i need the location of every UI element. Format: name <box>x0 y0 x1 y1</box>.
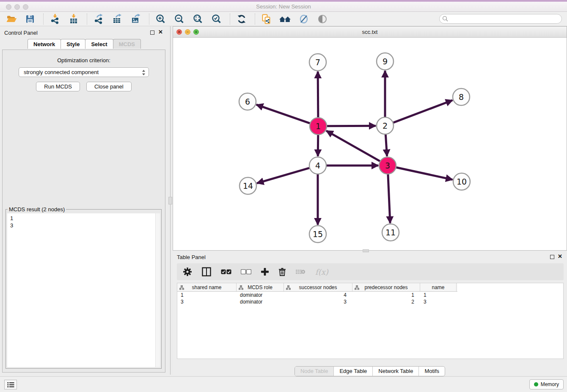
network-document-button[interactable] <box>260 13 273 25</box>
toggle-columns-button[interactable] <box>201 266 212 278</box>
column-header-name[interactable]: name <box>420 283 457 291</box>
horizontal-splitter-handle[interactable] <box>363 249 369 252</box>
zoom-window-button[interactable] <box>23 4 28 10</box>
table-cell[interactable]: 3 <box>420 298 457 305</box>
delete-column-button[interactable] <box>278 266 286 278</box>
tab-motifs[interactable]: Motifs <box>418 367 445 376</box>
graph-edge-4-14[interactable] <box>257 168 309 183</box>
tab-edge-table[interactable]: Edge Table <box>333 367 372 376</box>
tab-node-table[interactable]: Node Table <box>295 367 334 376</box>
search-input[interactable] <box>439 14 562 24</box>
network-close-button[interactable]: ✕ <box>176 29 182 35</box>
column-label: predecessor nodes <box>364 284 407 290</box>
graph-edge-1-2[interactable] <box>327 126 376 126</box>
main-toolbar <box>0 12 567 26</box>
export-table-button[interactable] <box>111 13 124 25</box>
graph-edge-2-8[interactable] <box>394 100 453 123</box>
float-table-panel-icon[interactable] <box>550 255 554 259</box>
graph-node-label-10: 10 <box>457 177 467 186</box>
network-minimize-button[interactable]: − <box>185 29 190 35</box>
bird-view-button[interactable] <box>316 13 329 25</box>
graphics-details-button[interactable] <box>297 13 310 25</box>
delete-table-button[interactable] <box>295 266 306 278</box>
table-cell[interactable]: 4 <box>284 292 352 298</box>
search-box <box>439 14 562 24</box>
home-button[interactable] <box>279 13 292 25</box>
task-history-button[interactable] <box>4 380 17 389</box>
zoom-fit-button[interactable] <box>192 13 204 25</box>
table-settings-button[interactable] <box>183 266 192 278</box>
table-row[interactable]: 3dominator323 <box>177 298 563 305</box>
close-window-button[interactable] <box>6 4 11 10</box>
export-network-button[interactable] <box>92 13 105 25</box>
zoom-selected-icon <box>211 14 222 25</box>
splitter-handle[interactable] <box>168 197 172 204</box>
mcds-panel: Optimization criterion: strongly connect… <box>2 50 165 373</box>
column-header-successor-nodes[interactable]: successor nodes <box>284 283 352 291</box>
toolbar-separator <box>230 14 230 25</box>
graph-edge-2-3[interactable] <box>385 135 387 156</box>
refresh-button[interactable] <box>235 13 248 25</box>
import-table-button[interactable] <box>67 13 80 25</box>
zoom-in-button[interactable] <box>154 13 167 25</box>
import-network-button[interactable] <box>49 13 61 25</box>
eye-icon <box>317 14 328 25</box>
function-builder-button[interactable]: f(x) <box>315 266 328 278</box>
close-panel-button[interactable]: Close panel <box>86 82 132 91</box>
tab-style[interactable]: Style <box>61 39 85 49</box>
add-column-button[interactable] <box>261 266 269 278</box>
graph-edge-1-6[interactable] <box>256 105 310 123</box>
column-header-MCDS-role[interactable]: MCDS role <box>237 283 284 291</box>
table-row[interactable]: 1dominator411 <box>177 292 563 298</box>
folder-open-icon <box>6 14 17 25</box>
table-cell[interactable]: dominator <box>237 298 284 305</box>
zoom-selected-button[interactable] <box>210 13 223 25</box>
optimization-criterion-label: Optimization criterion: <box>3 57 165 63</box>
tab-network-table[interactable]: Network Table <box>372 367 418 376</box>
graph-edge-3-11[interactable] <box>388 174 390 223</box>
network-graph[interactable]: 1234678910111415 <box>173 38 567 251</box>
float-panel-icon[interactable] <box>150 30 154 35</box>
minimize-window-button[interactable] <box>14 4 20 10</box>
table-cell[interactable]: 1 <box>352 292 420 298</box>
save-session-button[interactable] <box>24 13 36 25</box>
open-session-button[interactable] <box>5 13 18 25</box>
graph-edge-3-10[interactable] <box>396 167 453 179</box>
table-cell[interactable]: 3 <box>284 298 352 305</box>
network-canvas[interactable]: 1234678910111415 <box>173 38 567 250</box>
table-cell[interactable]: dominator <box>237 292 284 298</box>
import-table-icon <box>68 14 79 25</box>
tab-select[interactable]: Select <box>85 39 113 49</box>
graph-edge-1-4[interactable] <box>318 135 318 156</box>
close-panel-icon[interactable]: ✕ <box>158 29 163 35</box>
export-image-button[interactable] <box>129 13 142 25</box>
network-zoom-button[interactable]: + <box>193 29 199 35</box>
panel-splitter[interactable] <box>168 26 173 375</box>
criterion-select[interactable]: strongly connected component <box>19 67 149 77</box>
select-all-button[interactable] <box>221 266 231 278</box>
graph-node-label-2: 2 <box>383 121 388 130</box>
criterion-value: strongly connected component <box>24 69 99 75</box>
tab-network[interactable]: Network <box>28 39 61 49</box>
tab-mcds[interactable]: MCDS <box>113 39 141 49</box>
run-mcds-button[interactable]: Run MCDS <box>36 82 80 91</box>
close-table-panel-icon[interactable]: ✕ <box>558 253 562 259</box>
memory-button[interactable]: Memory <box>529 379 564 389</box>
table-body: 1dominator4113dominator323 <box>177 292 563 305</box>
table-header-row: shared nameMCDS rolesuccessor nodesprede… <box>177 283 457 292</box>
column-header-shared-name[interactable]: shared name <box>177 283 237 291</box>
table-cell[interactable]: 1 <box>177 292 237 298</box>
table-toolbar: f(x) <box>177 263 564 280</box>
graph-edge-1-7[interactable] <box>318 72 318 117</box>
zoom-out-button[interactable] <box>173 13 186 25</box>
table-cell[interactable]: 1 <box>420 292 457 298</box>
column-type-icon <box>286 285 291 290</box>
mcds-result-text[interactable]: 13 <box>7 213 160 367</box>
status-bar: Memory <box>0 376 567 392</box>
result-scrollbar[interactable] <box>155 213 160 367</box>
deselect-all-button[interactable] <box>241 266 251 278</box>
table-cell[interactable]: 2 <box>352 298 420 305</box>
column-header-predecessor-nodes[interactable]: predecessor nodes <box>352 283 420 291</box>
graph-edge-3-1[interactable] <box>326 131 380 161</box>
table-cell[interactable]: 3 <box>177 298 237 305</box>
